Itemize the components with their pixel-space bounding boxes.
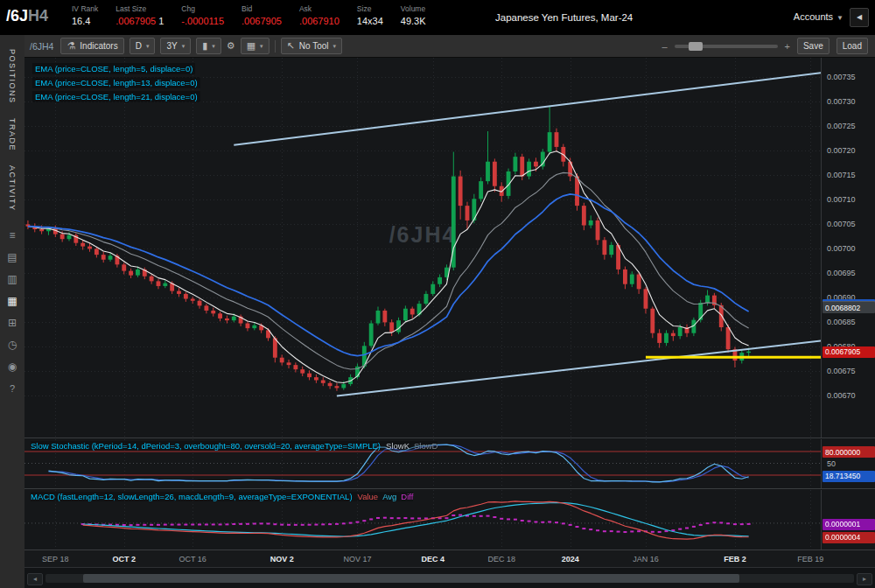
stochastic-badge: 18.713450 [822, 471, 875, 482]
ema13-label[interactable]: EMA (price=CLOSE, length=13, displace=0) [32, 77, 200, 88]
scrollbar-thumb[interactable] [83, 574, 739, 583]
time-axis-label: FEB 2 [724, 555, 746, 564]
sidebar-tab-activity[interactable]: ACTIVITY [8, 165, 17, 212]
toolbar-separator [275, 40, 276, 52]
price-badge: 0.0067905 [822, 346, 875, 358]
stochastic-axis: 80.0000005018.713450 [821, 439, 875, 489]
range-dropdown[interactable]: 3Y▾ [160, 38, 191, 54]
clock-icon[interactable]: ◷ [8, 340, 17, 350]
chevron-down-icon: ▾ [260, 43, 263, 50]
price-badge: 0.0068802 [822, 302, 875, 313]
time-axis-label: OCT 2 [112, 555, 136, 564]
time-axis-label: DEC 18 [487, 555, 515, 564]
price-tick: 0.00730 [827, 97, 856, 106]
chart-scrollbar: ◂ ▸ [24, 567, 875, 588]
settings-gear-icon[interactable]: ⚙ [227, 41, 235, 51]
price-tick: 0.00670 [827, 391, 856, 400]
time-axis[interactable]: SEP 18OCT 2OCT 16NOV 2NOV 17DEC 4DEC 182… [24, 550, 875, 567]
chevron-down-icon: ▼ [836, 14, 844, 22]
price-chart-area: /6JH4 EMA (price=CLOSE, length=5, displa… [24, 58, 875, 438]
cursor-icon: ↖ [287, 41, 295, 51]
stochastic-panel: Slow Stochastic (kPeriod=14, dPeriod=3, … [24, 438, 875, 488]
apps-icon[interactable]: ⊞ [8, 318, 17, 328]
price-tick: 0.00725 [827, 122, 856, 130]
stochastic-badge: 50 [827, 459, 836, 468]
macd-axis: 0.00000010.0000004 [821, 490, 875, 550]
help-icon[interactable]: ? [10, 383, 15, 394]
chart-symbol-label: /6JH4 [30, 41, 53, 52]
macd-diff-label: Diff [401, 492, 413, 501]
price-tick: 0.00710 [827, 195, 856, 204]
flask-icon: ⚗ [66, 41, 75, 51]
price-tick: 0.00705 [827, 220, 856, 228]
time-axis-label: SEP 18 [42, 555, 68, 564]
rows-icon[interactable]: ▥ [7, 274, 17, 284]
stat-chg: Chg-.0000115 [181, 4, 224, 26]
chart-toolbar: /6JH4 ⚗Indicators D▾ 3Y▾ ▮▾ ⚙ ▦▾ ↖No Too… [24, 35, 875, 58]
toolbar-right-group: – + Save Load [662, 38, 875, 54]
ema5-label[interactable]: EMA (price=CLOSE, length=5, displace=0) [32, 63, 195, 74]
price-tick: 0.00685 [827, 318, 856, 326]
drawing-tool-dropdown[interactable]: ↖No Tool▾ [281, 38, 342, 54]
grid-icon: ▦ [247, 41, 256, 51]
contract-description: Japanese Yen Futures, Mar-24 [495, 12, 633, 23]
time-axis-label: OCT 16 [179, 555, 206, 564]
accounts-menu[interactable]: Accounts▼ [794, 11, 844, 22]
macd-badge: 0.0000001 [822, 519, 875, 530]
price-tick: 0.00675 [827, 367, 856, 375]
price-tick: 0.00695 [827, 269, 856, 277]
table-icon[interactable]: ▤ [7, 252, 17, 262]
ema21-label[interactable]: EMA (price=CLOSE, length=21, displace=0) [32, 91, 200, 102]
chevron-down-icon: ▾ [212, 43, 215, 50]
zoom-out-icon[interactable]: – [662, 41, 667, 52]
quote-header: /6JH4 IV Rank16.4 Last Size.0067905 1 Ch… [0, 0, 875, 35]
sidebar-icon-rail: ≡▤▥▦⊞◷◉ [7, 230, 17, 372]
macd-panel: MACD (fastLength=12, slowLength=26, macd… [24, 488, 875, 550]
stat-volume: Volume49.3K [401, 4, 426, 26]
time-axis-label: 2024 [562, 555, 579, 564]
quote-stats: IV Rank16.4 Last Size.0067905 1 Chg-.000… [72, 4, 426, 26]
zoom-slider-thumb[interactable] [689, 42, 703, 51]
save-button[interactable]: Save [797, 38, 830, 54]
chevron-down-icon: ▾ [146, 43, 150, 50]
study-labels: EMA (price=CLOSE, length=5, displace=0) … [32, 63, 200, 105]
candle-style-icon: ▮ [202, 41, 207, 51]
zoom-slider[interactable] [675, 45, 778, 48]
stochastic-study-label[interactable]: Slow Stochastic (kPeriod=14, dPeriod=3, … [31, 441, 438, 451]
stat-size: Size14x34 [357, 4, 383, 26]
zoom-in-icon[interactable]: + [785, 41, 790, 52]
users-icon[interactable]: ◉ [8, 361, 17, 372]
scroll-right-icon[interactable]: ▸ [857, 573, 872, 585]
price-axis[interactable]: 0.007350.007300.007250.007200.007150.007… [821, 58, 875, 438]
stat-ask: Ask.0067910 [299, 4, 340, 26]
sidebar-tab-trade[interactable]: TRADE [8, 118, 17, 151]
time-axis-label: NOV 17 [343, 555, 371, 564]
price-tick: 0.00715 [827, 171, 856, 179]
grid-layout-dropdown[interactable]: ▦▾ [241, 38, 270, 54]
chevron-down-icon: ▾ [333, 43, 337, 50]
symbol-title: /6JH4 [6, 7, 48, 25]
time-axis-label: DEC 4 [422, 555, 445, 564]
price-tick: 0.00735 [827, 73, 856, 81]
macd-avg-label: Avg [382, 492, 396, 501]
left-sidebar: POSITIONS TRADE ACTIVITY ≡▤▥▦⊞◷◉ ? [0, 35, 25, 588]
price-tick: 0.00720 [827, 146, 856, 155]
slowd-label: SlowD [414, 441, 438, 451]
chart-style-dropdown[interactable]: ▮▾ [196, 38, 221, 54]
load-button[interactable]: Load [836, 38, 868, 54]
stat-iv-rank: IV Rank16.4 [72, 4, 98, 26]
main-chart-canvas[interactable] [24, 58, 821, 438]
trading-platform: /6JH4 IV Rank16.4 Last Size.0067905 1 Ch… [0, 0, 875, 588]
indicators-button[interactable]: ⚗Indicators [60, 38, 123, 54]
macd-value-label: Value [358, 492, 379, 501]
list-icon[interactable]: ≡ [9, 230, 15, 241]
scroll-left-icon[interactable]: ◂ [27, 573, 43, 585]
symbol-suffix: H4 [28, 7, 48, 24]
price-tick: 0.00700 [827, 244, 856, 253]
chart-icon[interactable]: ▦ [7, 296, 17, 306]
macd-study-label[interactable]: MACD (fastLength=12, slowLength=26, macd… [31, 492, 413, 501]
collapse-header-button[interactable]: ◀ [850, 8, 869, 27]
chevron-down-icon: ▾ [182, 43, 186, 50]
aggregation-dropdown[interactable]: D▾ [130, 38, 156, 54]
sidebar-tab-positions[interactable]: POSITIONS [8, 49, 17, 104]
